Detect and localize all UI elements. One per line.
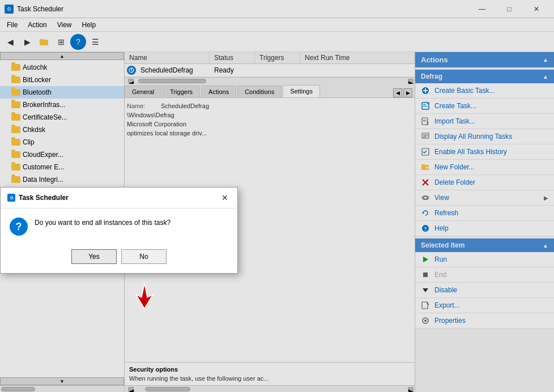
dialog-app-icon: ⚙ — [7, 194, 15, 202]
dialog-title: Task Scheduler — [19, 194, 69, 202]
task-scheduler-dialog: ⚙ Task Scheduler ✕ ? Do you want to end … — [0, 187, 238, 274]
dialog-body: ? Do you want to end all instances of th… — [1, 208, 237, 245]
dialog-overlay: ⚙ Task Scheduler ✕ ? Do you want to end … — [0, 0, 554, 392]
dialog-yes-button[interactable]: Yes — [71, 249, 117, 264]
dialog-question-icon: ? — [10, 218, 28, 236]
dialog-no-button[interactable]: No — [121, 249, 167, 264]
dialog-title-bar: ⚙ Task Scheduler ✕ — [1, 188, 237, 208]
dialog-buttons: Yes No — [1, 245, 237, 273]
dialog-close-button[interactable]: ✕ — [219, 192, 231, 203]
dialog-message: Do you want to end all instances of this… — [35, 218, 171, 228]
